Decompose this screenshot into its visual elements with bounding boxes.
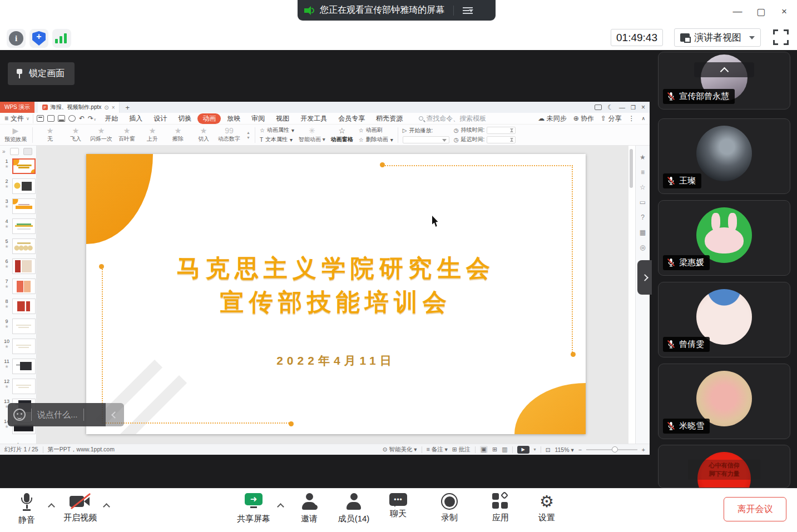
right-tool-icon-1[interactable]: ≡ xyxy=(641,168,645,176)
touch-mode-icon[interactable] xyxy=(595,105,602,110)
menu-切换[interactable]: 切换 xyxy=(173,113,196,124)
right-tool-icon-4[interactable]: ? xyxy=(641,213,645,221)
zoom-out-button[interactable]: − xyxy=(578,446,582,453)
menu-视图[interactable]: 视图 xyxy=(271,113,294,124)
animation-gallery-item[interactable]: ★ 闪烁一次 xyxy=(88,127,114,143)
participant-tile-曾倩雯[interactable]: 曾倩雯 xyxy=(658,282,790,357)
menu-审阅[interactable]: 审阅 xyxy=(246,113,270,124)
share-screen-button[interactable]: ➜ 共享屏幕 xyxy=(231,493,276,524)
right-tool-icon-6[interactable]: ◎ xyxy=(640,243,645,251)
participant-tile-宣传部曾永慧[interactable]: 宣传部曾永慧 xyxy=(658,52,790,110)
smart-animation-button[interactable]: ✳ 智能动画 ▾ xyxy=(299,127,325,143)
start-video-button[interactable]: 开启视频 xyxy=(58,493,102,523)
current-slide[interactable]: 马克思主义学院研究生会 宣传部技能培训会 2022年4月11日 xyxy=(86,154,586,434)
fit-slide-icon[interactable]: ⊡ xyxy=(546,446,551,453)
wps-close-button[interactable]: × xyxy=(641,103,645,111)
right-tool-icon-3[interactable]: ▭ xyxy=(640,198,646,206)
wps-minimize-button[interactable]: — xyxy=(619,104,625,111)
chat-bar-collapse[interactable] xyxy=(106,403,124,426)
normal-view-icon[interactable]: ▣ xyxy=(480,446,488,453)
wps-app-tab[interactable]: WPS 演示 xyxy=(0,102,34,113)
sync-status[interactable]: ☁ 未同步 xyxy=(538,114,566,123)
slide-thumbnail[interactable]: 4 ★ xyxy=(0,218,36,238)
comments-button[interactable]: ⊞ 批注 xyxy=(452,446,471,454)
menu-设计[interactable]: 设计 xyxy=(148,113,172,124)
wps-document-tab[interactable]: P 海报、视频制作.pptx ⊙ × xyxy=(38,102,120,113)
collapse-ribbon-icon[interactable]: ∧ xyxy=(641,116,645,121)
invite-button[interactable]: + 邀请 xyxy=(287,493,331,524)
participant-tile-米晓雪[interactable]: 米晓雪 xyxy=(658,364,790,439)
slide-thumbnail[interactable]: 8 ★ xyxy=(0,299,36,319)
redo-icon[interactable]: ↷∨ xyxy=(88,115,96,122)
banner-menu-icon[interactable] xyxy=(463,7,473,14)
save-icon[interactable] xyxy=(37,115,44,122)
slide-thumbnail[interactable]: 6 ★ xyxy=(0,258,36,279)
command-search[interactable]: 查找命令、搜索模板 xyxy=(419,114,486,123)
right-tool-icon-2[interactable]: ☆ xyxy=(640,183,646,191)
start-play-dropdown[interactable] xyxy=(403,136,449,143)
slideshow-play-button[interactable]: ▶ xyxy=(517,446,529,454)
zoom-slider[interactable] xyxy=(586,449,637,450)
slide-thumbnail[interactable]: 7 ★ xyxy=(0,279,36,299)
right-tool-icon-0[interactable]: ★ xyxy=(640,153,646,161)
slide-thumbnail[interactable]: 9 ★ xyxy=(0,319,36,339)
settings-button[interactable]: ⚙ 设置 xyxy=(524,493,569,523)
emoji-icon[interactable] xyxy=(13,409,26,421)
sidebar-collapse-handle[interactable] xyxy=(637,260,652,295)
close-tab-icon[interactable]: × xyxy=(112,105,115,111)
animation-gallery-item[interactable]: ★ 飞入 xyxy=(63,127,88,143)
close-button[interactable]: × xyxy=(775,3,794,20)
video-options-chevron[interactable] xyxy=(103,503,110,510)
view-mode-selector[interactable]: 演讲者视图 xyxy=(674,28,761,47)
slide-thumbnail[interactable]: 3 ★ xyxy=(0,198,36,218)
play-options-caret[interactable]: ▾ xyxy=(534,447,536,452)
participant-tile-王璨[interactable]: 王璨 xyxy=(658,118,790,194)
animation-properties-button[interactable]: ☆ 动画属性 ▾ xyxy=(260,126,294,134)
animation-gallery-item[interactable]: 99 动态数字 xyxy=(216,127,242,143)
slide-thumbnail[interactable]: 12 ★ xyxy=(0,379,36,399)
apps-button[interactable]: 应用 xyxy=(478,493,523,523)
preview-icon[interactable] xyxy=(68,115,76,122)
text-properties-button[interactable]: T 文本属性 ▾ xyxy=(260,136,294,143)
add-slide-button[interactable]: + xyxy=(0,440,36,444)
outline-view-button[interactable] xyxy=(10,148,19,155)
collapse-videos-button[interactable] xyxy=(694,62,754,77)
share-button[interactable]: ⇧ 分享 xyxy=(601,114,621,123)
slide-thumbnail[interactable]: 1 ★ xyxy=(0,158,36,178)
slide-view-button[interactable] xyxy=(23,148,32,155)
quick-chat-bar[interactable]: 说点什么... xyxy=(8,403,106,426)
security-button[interactable] xyxy=(29,29,48,48)
canvas-scrollbar[interactable] xyxy=(630,149,633,188)
zoom-slider-knob[interactable] xyxy=(612,446,618,453)
mute-button[interactable]: 静音 xyxy=(4,493,49,525)
zoom-level[interactable]: 115% ▾ xyxy=(555,446,573,453)
participant-tile-梁惠媛[interactable]: 梁惠媛 xyxy=(658,200,790,276)
collaborate-button[interactable]: ⊕ 协作 xyxy=(573,114,594,123)
menu-动画[interactable]: 动画 xyxy=(197,113,221,124)
network-quality-button[interactable] xyxy=(52,29,71,48)
right-tool-icon-5[interactable]: ▦ xyxy=(640,228,646,236)
record-button[interactable]: 录制 xyxy=(427,493,472,523)
pin-tab-icon[interactable]: ⊙ xyxy=(104,105,108,111)
new-tab-button[interactable]: + xyxy=(125,103,130,112)
menu-稻壳资源[interactable]: 稻壳资源 xyxy=(371,113,408,124)
slide-thumbnail[interactable]: 10 ★ xyxy=(0,339,36,359)
duration-spinner[interactable] xyxy=(487,127,516,134)
grid-view-icon[interactable]: ⊞ xyxy=(492,446,497,453)
mic-options-chevron[interactable] xyxy=(48,503,55,510)
members-button[interactable]: 成员(14) xyxy=(331,493,376,524)
more-menu-icon[interactable]: ⋮ xyxy=(628,115,635,122)
preview-effect-button[interactable]: ▶ 预览效果 xyxy=(3,127,28,143)
output-icon[interactable] xyxy=(47,115,55,122)
leave-meeting-button[interactable]: 离开会议 xyxy=(724,497,786,521)
chat-input-placeholder[interactable]: 说点什么... xyxy=(37,410,78,420)
maximize-button[interactable]: ▢ xyxy=(751,3,770,20)
animation-gallery-item[interactable]: ★ 切入 xyxy=(191,127,216,143)
animation-pane-button[interactable]: ☆ 动画窗格 xyxy=(330,127,354,143)
expand-panel-icon[interactable]: » xyxy=(2,148,6,155)
lock-screen-button[interactable]: 锁定画面 xyxy=(8,62,75,85)
wps-restore-button[interactable]: ❐ xyxy=(631,105,636,111)
animation-brush-button[interactable]: ☆ 动画刷 xyxy=(359,126,393,134)
menu-开发工具[interactable]: 开发工具 xyxy=(295,113,332,124)
minimize-button[interactable]: — xyxy=(728,3,747,20)
